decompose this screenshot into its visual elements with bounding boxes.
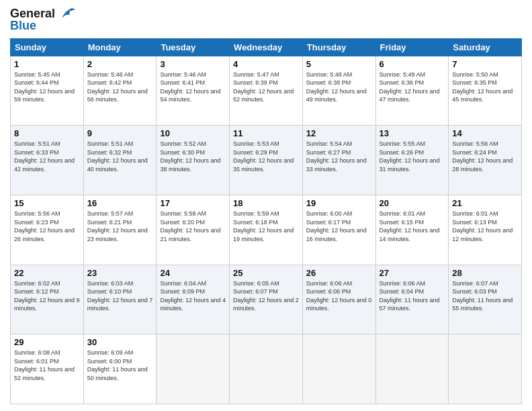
day-info: Sunrise: 5:53 AMSunset: 6:29 PMDaylight:… xyxy=(233,140,299,173)
day-info: Sunrise: 5:48 AMSunset: 6:38 PMDaylight:… xyxy=(306,71,372,104)
day-cell-19: 19Sunrise: 6:00 AMSunset: 6:17 PMDayligh… xyxy=(302,195,375,265)
day-info: Sunrise: 5:46 AMSunset: 6:42 PMDaylight:… xyxy=(87,71,153,104)
day-number: 20 xyxy=(380,198,445,208)
day-info: Sunrise: 5:47 AMSunset: 6:39 PMDaylight:… xyxy=(233,71,299,104)
day-number: 5 xyxy=(306,59,372,69)
day-info: Sunrise: 6:01 AMSunset: 6:13 PMDaylight:… xyxy=(452,210,518,243)
day-number: 4 xyxy=(233,59,299,69)
day-cell-22: 22Sunrise: 6:02 AMSunset: 6:12 PMDayligh… xyxy=(11,265,84,334)
day-info: Sunrise: 6:06 AMSunset: 6:06 PMDaylight:… xyxy=(306,279,372,313)
day-number: 19 xyxy=(306,198,372,208)
day-number: 11 xyxy=(233,128,299,138)
empty-cell xyxy=(302,334,375,404)
weekday-header-saturday: Saturday xyxy=(449,38,522,56)
day-cell-1: 1Sunrise: 5:45 AMSunset: 6:44 PMDaylight… xyxy=(11,56,84,126)
weekday-header-sunday: Sunday xyxy=(11,38,84,56)
day-cell-25: 25Sunrise: 6:05 AMSunset: 6:07 PMDayligh… xyxy=(230,265,303,334)
day-cell-9: 9Sunrise: 5:51 AMSunset: 6:32 PMDaylight… xyxy=(83,126,157,195)
day-info: Sunrise: 6:04 AMSunset: 6:09 PMDaylight:… xyxy=(160,279,226,313)
day-cell-28: 28Sunrise: 6:07 AMSunset: 6:03 PMDayligh… xyxy=(449,265,522,334)
empty-cell xyxy=(375,334,449,404)
day-number: 10 xyxy=(160,128,226,138)
empty-cell xyxy=(449,334,522,404)
day-cell-6: 6Sunrise: 5:49 AMSunset: 6:36 PMDaylight… xyxy=(375,56,449,126)
logo: General Blue xyxy=(10,7,77,33)
day-cell-14: 14Sunrise: 5:56 AMSunset: 6:24 PMDayligh… xyxy=(449,126,522,195)
day-number: 25 xyxy=(233,268,299,278)
calendar-table: SundayMondayTuesdayWednesdayThursdayFrid… xyxy=(10,38,522,404)
day-number: 27 xyxy=(380,268,445,278)
day-number: 26 xyxy=(306,268,372,278)
day-cell-27: 27Sunrise: 6:06 AMSunset: 6:04 PMDayligh… xyxy=(375,265,449,334)
day-info: Sunrise: 5:52 AMSunset: 6:30 PMDaylight:… xyxy=(160,140,226,173)
day-info: Sunrise: 5:55 AMSunset: 6:26 PMDaylight:… xyxy=(380,140,445,173)
day-info: Sunrise: 5:54 AMSunset: 6:27 PMDaylight:… xyxy=(306,140,372,173)
day-cell-16: 16Sunrise: 5:57 AMSunset: 6:21 PMDayligh… xyxy=(83,195,157,265)
day-number: 16 xyxy=(87,198,153,208)
day-number: 15 xyxy=(14,198,80,208)
day-info: Sunrise: 6:08 AMSunset: 6:01 PMDaylight:… xyxy=(14,349,80,382)
day-cell-2: 2Sunrise: 5:46 AMSunset: 6:42 PMDaylight… xyxy=(83,56,157,126)
day-info: Sunrise: 6:06 AMSunset: 6:04 PMDaylight:… xyxy=(380,279,445,313)
day-number: 22 xyxy=(14,268,80,278)
day-info: Sunrise: 6:07 AMSunset: 6:03 PMDaylight:… xyxy=(452,279,518,313)
day-info: Sunrise: 5:51 AMSunset: 6:32 PMDaylight:… xyxy=(87,140,153,173)
day-number: 2 xyxy=(87,59,153,69)
day-info: Sunrise: 5:57 AMSunset: 6:21 PMDaylight:… xyxy=(87,210,153,243)
day-info: Sunrise: 5:58 AMSunset: 6:20 PMDaylight:… xyxy=(160,210,226,243)
day-cell-26: 26Sunrise: 6:06 AMSunset: 6:06 PMDayligh… xyxy=(302,265,375,334)
weekday-header-row: SundayMondayTuesdayWednesdayThursdayFrid… xyxy=(11,38,522,56)
week-row-1: 1Sunrise: 5:45 AMSunset: 6:44 PMDaylight… xyxy=(11,56,522,126)
day-info: Sunrise: 5:49 AMSunset: 6:36 PMDaylight:… xyxy=(380,71,445,104)
day-number: 1 xyxy=(14,59,80,69)
logo-text: General Blue xyxy=(10,7,77,33)
day-cell-10: 10Sunrise: 5:52 AMSunset: 6:30 PMDayligh… xyxy=(157,126,230,195)
day-cell-29: 29Sunrise: 6:08 AMSunset: 6:01 PMDayligh… xyxy=(11,334,84,404)
logo-bird-icon xyxy=(56,6,77,21)
day-info: Sunrise: 5:46 AMSunset: 6:41 PMDaylight:… xyxy=(160,71,226,104)
day-number: 12 xyxy=(306,128,372,138)
day-info: Sunrise: 5:56 AMSunset: 6:24 PMDaylight:… xyxy=(452,140,518,173)
day-info: Sunrise: 5:59 AMSunset: 6:18 PMDaylight:… xyxy=(233,210,299,243)
day-cell-24: 24Sunrise: 6:04 AMSunset: 6:09 PMDayligh… xyxy=(157,265,230,334)
day-number: 17 xyxy=(160,198,226,208)
page: General Blue SundayMondayTuesdayWednesda… xyxy=(0,0,532,411)
day-number: 30 xyxy=(87,337,153,347)
day-cell-17: 17Sunrise: 5:58 AMSunset: 6:20 PMDayligh… xyxy=(157,195,230,265)
day-cell-4: 4Sunrise: 5:47 AMSunset: 6:39 PMDaylight… xyxy=(230,56,303,126)
day-cell-13: 13Sunrise: 5:55 AMSunset: 6:26 PMDayligh… xyxy=(375,126,449,195)
day-number: 8 xyxy=(14,128,80,138)
day-cell-21: 21Sunrise: 6:01 AMSunset: 6:13 PMDayligh… xyxy=(449,195,522,265)
day-cell-8: 8Sunrise: 5:51 AMSunset: 6:33 PMDaylight… xyxy=(11,126,84,195)
day-cell-30: 30Sunrise: 6:09 AMSunset: 6:00 PMDayligh… xyxy=(83,334,157,404)
empty-cell xyxy=(230,334,303,404)
day-info: Sunrise: 5:51 AMSunset: 6:33 PMDaylight:… xyxy=(14,140,80,173)
week-row-4: 22Sunrise: 6:02 AMSunset: 6:12 PMDayligh… xyxy=(11,265,522,334)
day-info: Sunrise: 5:50 AMSunset: 6:35 PMDaylight:… xyxy=(452,71,518,104)
day-number: 13 xyxy=(380,128,445,138)
day-number: 28 xyxy=(452,268,518,278)
day-cell-15: 15Sunrise: 5:56 AMSunset: 6:23 PMDayligh… xyxy=(11,195,84,265)
day-info: Sunrise: 6:00 AMSunset: 6:17 PMDaylight:… xyxy=(306,210,372,243)
week-row-2: 8Sunrise: 5:51 AMSunset: 6:33 PMDaylight… xyxy=(11,126,522,195)
day-number: 23 xyxy=(87,268,153,278)
weekday-header-tuesday: Tuesday xyxy=(157,38,230,56)
day-number: 29 xyxy=(14,337,80,347)
day-cell-20: 20Sunrise: 6:01 AMSunset: 6:15 PMDayligh… xyxy=(375,195,449,265)
week-row-5: 29Sunrise: 6:08 AMSunset: 6:01 PMDayligh… xyxy=(11,334,522,404)
day-info: Sunrise: 5:56 AMSunset: 6:23 PMDaylight:… xyxy=(14,210,80,243)
day-info: Sunrise: 6:01 AMSunset: 6:15 PMDaylight:… xyxy=(380,210,445,243)
day-cell-11: 11Sunrise: 5:53 AMSunset: 6:29 PMDayligh… xyxy=(230,126,303,195)
day-number: 6 xyxy=(380,59,445,69)
weekday-header-friday: Friday xyxy=(375,38,449,56)
week-row-3: 15Sunrise: 5:56 AMSunset: 6:23 PMDayligh… xyxy=(11,195,522,265)
weekday-header-monday: Monday xyxy=(83,38,157,56)
day-cell-3: 3Sunrise: 5:46 AMSunset: 6:41 PMDaylight… xyxy=(157,56,230,126)
day-cell-18: 18Sunrise: 5:59 AMSunset: 6:18 PMDayligh… xyxy=(230,195,303,265)
day-cell-12: 12Sunrise: 5:54 AMSunset: 6:27 PMDayligh… xyxy=(302,126,375,195)
day-number: 18 xyxy=(233,198,299,208)
day-number: 24 xyxy=(160,268,226,278)
day-info: Sunrise: 6:02 AMSunset: 6:12 PMDaylight:… xyxy=(14,279,80,313)
day-number: 7 xyxy=(452,59,518,69)
day-info: Sunrise: 6:05 AMSunset: 6:07 PMDaylight:… xyxy=(233,279,299,313)
